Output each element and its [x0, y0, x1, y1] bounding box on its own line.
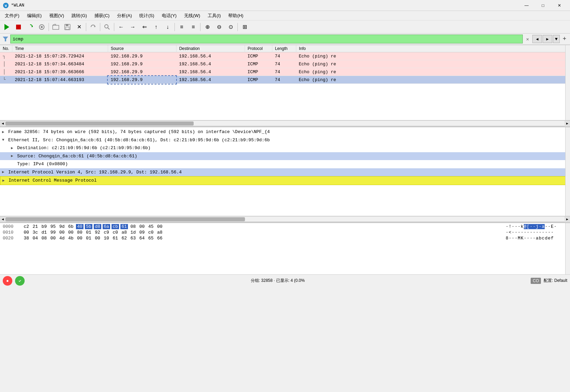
detail-hscroll-thumb[interactable] [5, 217, 245, 221]
hex-byte[interactable]: 01 [85, 230, 92, 235]
restart-capture-button[interactable] [25, 22, 36, 32]
capture-options-button[interactable] [36, 22, 47, 32]
close-file-button[interactable]: ✕ [74, 22, 85, 32]
close-button[interactable]: ✕ [552, 0, 567, 11]
detail-hscroll-left[interactable]: ◀ [0, 217, 5, 222]
filter-back-button[interactable]: ◀ [532, 35, 542, 43]
hex-byte[interactable]: 4d [58, 236, 66, 241]
hex-byte[interactable]: c2 [23, 224, 30, 229]
hex-byte[interactable]: 99 [49, 230, 57, 235]
status-red-button[interactable]: ● [3, 276, 12, 286]
hscroll-thumb[interactable] [5, 121, 194, 126]
hex-byte[interactable]: 9d [58, 224, 66, 229]
detail-expand-icon[interactable]: ▶ [2, 178, 7, 184]
hex-byte[interactable]: 38 [23, 236, 30, 241]
detail-expand-icon[interactable]: ▶ [11, 153, 16, 159]
hex-byte[interactable]: 1d [129, 230, 137, 235]
menu-item[interactable]: 分析(A) [114, 12, 135, 20]
detail-row[interactable]: ▼Ethernet II, Src: Chongqin_6a:cb:61 (40… [0, 136, 570, 144]
detail-expand-icon[interactable]: ▶ [2, 169, 7, 175]
open-button[interactable] [50, 22, 61, 32]
hex-byte[interactable]: 00 [94, 236, 101, 241]
detail-row[interactable]: ▶Internet Protocol Version 4, Src: 192.1… [0, 168, 570, 177]
detail-expand-icon[interactable]: ▶ [11, 145, 16, 151]
hex-byte[interactable]: 00 [58, 230, 66, 235]
save-button[interactable] [62, 22, 73, 32]
hex-byte[interactable]: 40 [76, 224, 83, 229]
detail-pane-scrollbar[interactable] [565, 127, 570, 216]
autosize-button[interactable]: ≡ [188, 22, 199, 32]
menu-item[interactable]: 统计(S) [136, 12, 157, 20]
status-green-button[interactable] [15, 276, 25, 286]
detail-hscroll-right[interactable]: ▶ [565, 217, 570, 222]
hex-byte[interactable]: a8 [156, 230, 164, 235]
menu-item[interactable]: 文件(F) [1, 12, 23, 20]
hex-byte[interactable]: 00 [76, 236, 83, 241]
detail-row[interactable]: Type: IPv4 (0x0800) [0, 160, 570, 168]
resize-columns-button[interactable]: ⊞ [239, 22, 250, 32]
table-row[interactable]: │2021-12-18 15:07:34.663484192.168.29.91… [0, 60, 570, 68]
start-capture-button[interactable] [1, 22, 12, 32]
detail-row[interactable]: ▶Source: Chongqin_6a:cb:61 (40:5b:d8:6a:… [0, 152, 570, 160]
hscroll-left-arrow[interactable]: ◀ [0, 121, 5, 126]
hex-byte[interactable]: 09 [138, 230, 146, 235]
go-to-packet-button[interactable]: ⇐ [139, 22, 150, 32]
hex-byte[interactable]: 61 [112, 236, 119, 241]
hex-byte[interactable]: a8 [120, 230, 128, 235]
hex-byte[interactable]: 21 [31, 224, 39, 229]
detail-row[interactable]: ▶Internet Control Message Protocol [0, 176, 570, 185]
detail-expand-icon[interactable]: ▼ [2, 137, 7, 143]
menu-item[interactable]: 电话(Y) [158, 12, 180, 20]
hex-pane-scrollbar[interactable] [565, 223, 570, 274]
hex-byte[interactable]: cb [112, 224, 119, 229]
hex-byte[interactable]: b9 [40, 224, 48, 229]
hex-byte[interactable]: 3c [31, 230, 39, 235]
hex-byte[interactable]: 01 [85, 236, 92, 241]
hex-byte[interactable]: 00 [23, 230, 30, 235]
filter-forward-button[interactable]: ▶ [543, 35, 552, 43]
hex-byte[interactable]: 00 [138, 224, 146, 229]
table-row[interactable]: ┐2021-12-18 15:07:29.729424192.168.29.91… [0, 52, 570, 60]
go-last-button[interactable]: ↓ [162, 22, 173, 32]
hex-byte[interactable]: d8 [94, 224, 101, 229]
menu-item[interactable]: 工具(I) [204, 12, 224, 20]
packet-list-scrollbar[interactable] [565, 45, 570, 120]
stop-capture-button[interactable] [13, 22, 24, 32]
hex-byte[interactable]: 65 [147, 236, 155, 241]
hex-byte[interactable]: 10 [103, 236, 110, 241]
hex-byte[interactable]: 00 [156, 224, 164, 229]
zoom-in-button[interactable]: ⊕ [202, 22, 213, 32]
hex-byte[interactable]: c0 [112, 230, 119, 235]
reload-button[interactable] [88, 22, 99, 32]
zoom-out-button[interactable]: ⊖ [213, 22, 224, 32]
hex-byte[interactable]: 62 [120, 236, 128, 241]
hex-byte[interactable]: 6a [103, 224, 110, 229]
go-first-button[interactable]: ↑ [151, 22, 161, 32]
hex-byte[interactable]: c0 [147, 230, 155, 235]
colorize-button[interactable]: ≡ [176, 22, 187, 32]
hex-byte[interactable]: 08 [40, 236, 48, 241]
hex-byte[interactable]: 63 [129, 236, 137, 241]
hex-byte[interactable]: 6b [67, 224, 75, 229]
hex-byte[interactable]: 00 [49, 236, 57, 241]
filter-input[interactable] [10, 35, 523, 43]
hex-byte[interactable]: 45 [147, 224, 155, 229]
filter-add-button[interactable]: + [560, 35, 569, 43]
hex-byte[interactable]: 4b [67, 236, 75, 241]
hex-byte[interactable]: 80 [76, 230, 83, 235]
menu-item[interactable]: 跳转(G) [68, 12, 90, 20]
packet-list-hscrollbar[interactable]: ◀ ▶ [0, 120, 570, 126]
hex-byte[interactable]: 66 [156, 236, 164, 241]
hex-byte[interactable]: 64 [138, 236, 146, 241]
hscroll-right-arrow[interactable]: ▶ [565, 121, 570, 126]
hex-byte[interactable]: 61 [120, 224, 128, 229]
menu-item[interactable]: 无线(W) [181, 12, 204, 20]
detail-hscrollbar[interactable]: ◀ ▶ [0, 216, 570, 222]
detail-expand-icon[interactable]: ▶ [2, 129, 7, 135]
go-forward-button[interactable]: → [127, 22, 138, 32]
hex-byte[interactable]: 04 [31, 236, 39, 241]
detail-row[interactable]: ▶Frame 32856: 74 bytes on wire (592 bits… [0, 128, 570, 136]
hex-byte[interactable]: c9 [103, 230, 110, 235]
hex-byte[interactable]: 95 [49, 224, 57, 229]
hex-byte[interactable]: 00 [67, 230, 75, 235]
